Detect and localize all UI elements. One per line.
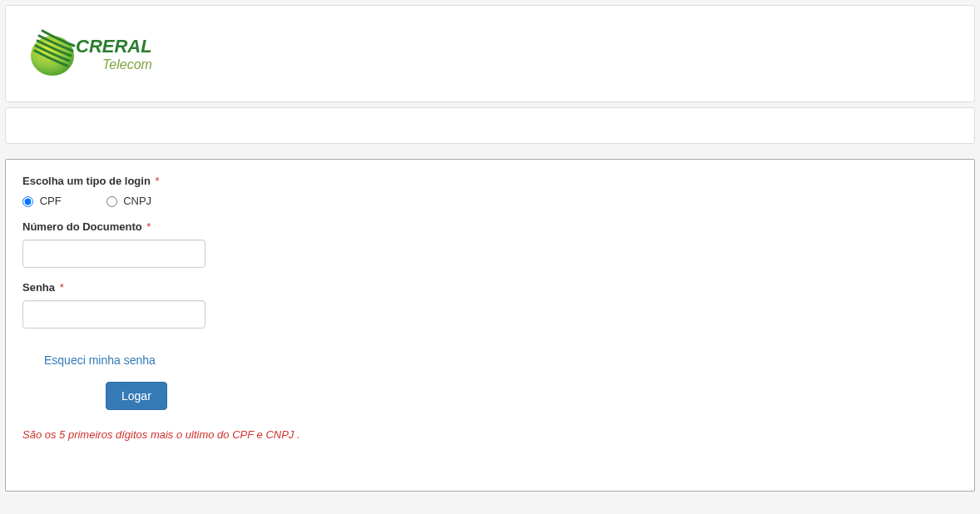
required-indicator: * bbox=[60, 281, 64, 294]
forgot-password-link[interactable]: Esqueci minha senha bbox=[44, 353, 156, 367]
nav-panel bbox=[5, 107, 975, 144]
radio-cnpj-label: CNPJ bbox=[123, 195, 151, 207]
required-indicator: * bbox=[155, 175, 159, 187]
document-label-text: Número do Documento bbox=[22, 220, 142, 233]
radio-cpf-label: CPF bbox=[40, 195, 62, 207]
radio-cpf[interactable]: CPF bbox=[22, 195, 62, 207]
header-panel: CRERAL Telecom bbox=[5, 5, 975, 102]
radio-cnpj[interactable]: CNPJ bbox=[106, 195, 152, 207]
login-button[interactable]: Logar bbox=[106, 382, 167, 410]
document-group: Número do Documento * bbox=[22, 220, 958, 268]
creral-logo-icon: CRERAL Telecom bbox=[27, 22, 169, 82]
document-label: Número do Documento * bbox=[22, 220, 958, 233]
password-hint: São os 5 primeiros dígitos mais o ultimo… bbox=[22, 428, 958, 441]
radio-cnpj-input[interactable] bbox=[106, 196, 117, 207]
login-type-radio-group: CPF CNPJ bbox=[22, 194, 958, 207]
login-type-label: Escolha um tipo de login * bbox=[22, 175, 958, 187]
document-input[interactable] bbox=[22, 240, 205, 268]
password-input[interactable] bbox=[22, 300, 205, 329]
login-type-label-text: Escolha um tipo de login bbox=[22, 175, 151, 187]
required-indicator: * bbox=[146, 220, 151, 233]
brand-main-text: CRERAL bbox=[76, 36, 152, 57]
brand-logo: CRERAL Telecom bbox=[19, 17, 177, 90]
brand-sub-text: Telecom bbox=[102, 57, 152, 72]
radio-cpf-input[interactable] bbox=[22, 196, 33, 207]
submit-row: Logar bbox=[22, 382, 958, 410]
login-form-panel: Escolha um tipo de login * CPF CNPJ Núme… bbox=[5, 159, 975, 492]
password-group: Senha * bbox=[22, 281, 958, 329]
password-label: Senha * bbox=[22, 281, 958, 294]
password-label-text: Senha bbox=[22, 281, 55, 294]
